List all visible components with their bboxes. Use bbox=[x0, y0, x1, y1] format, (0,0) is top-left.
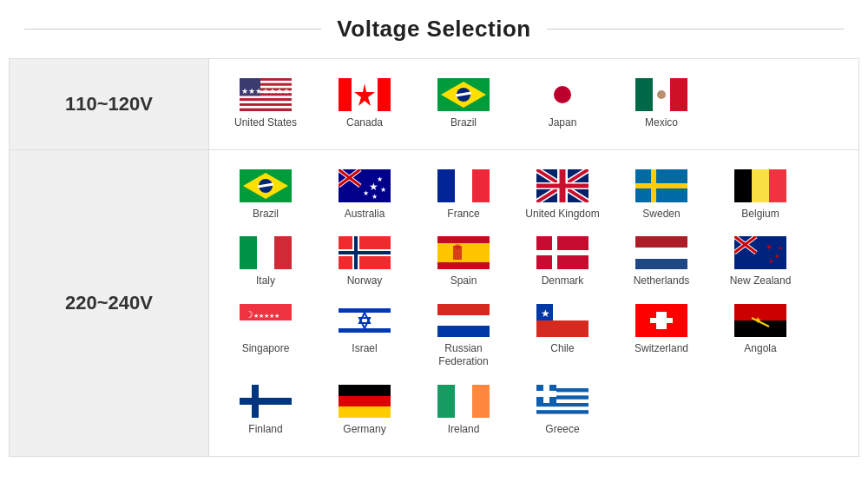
svg-text:✦: ✦ bbox=[778, 245, 783, 251]
svg-rect-70 bbox=[437, 243, 490, 262]
flag-ru bbox=[437, 304, 490, 337]
flag-il bbox=[339, 304, 391, 337]
flag-mx bbox=[635, 78, 687, 111]
svg-rect-60 bbox=[769, 169, 786, 202]
voltage-table: 110~120V ★★★★★★★★★★★★★★★★★★★★★★★★★★★★★★★… bbox=[9, 58, 859, 457]
country-name-it: Italy bbox=[256, 274, 275, 288]
flag-sg: ☽ ★★★★★ bbox=[240, 304, 292, 337]
svg-text:★★★★★: ★★★★★ bbox=[253, 313, 279, 319]
country-item-au: ★ ★ ★ ★ ★ Australia bbox=[317, 164, 412, 227]
country-item-fr: France bbox=[416, 164, 511, 227]
country-item-nl: Netherlands bbox=[614, 231, 709, 294]
svg-text:★: ★ bbox=[363, 189, 369, 197]
country-item-ca: Canada bbox=[317, 73, 412, 135]
svg-text:★: ★ bbox=[541, 307, 550, 320]
svg-point-28 bbox=[657, 90, 666, 99]
country-item-br: Brazil bbox=[218, 164, 313, 227]
flag-se bbox=[635, 169, 687, 202]
title-line-left bbox=[24, 29, 321, 30]
flag-no bbox=[339, 236, 391, 269]
flag-fr bbox=[437, 169, 490, 202]
country-name-se: Sweden bbox=[642, 208, 680, 221]
country-name-ie: Ireland bbox=[448, 423, 480, 437]
svg-rect-57 bbox=[635, 183, 687, 188]
country-name-dk: Denmark bbox=[542, 274, 584, 288]
country-name-no: Norway bbox=[347, 274, 383, 288]
country-name-us: United States bbox=[234, 116, 297, 130]
page-title: Voltage Selection bbox=[337, 16, 530, 43]
country-name-cl: Chile bbox=[550, 342, 574, 356]
flag-us: ★★★★★★★★★★★★★★★★★★★★★★★★★★★★★★★★★★★★★★★★… bbox=[240, 78, 292, 111]
country-name-ao: Angola bbox=[744, 342, 776, 356]
title-section: Voltage Selection bbox=[9, 16, 859, 43]
flag-nz: ✦ ✦ ✦ ✦ bbox=[734, 236, 786, 269]
svg-text:★★★★★★★★★★★★★★★★★★★★★★★★★★★★★★: ★★★★★★★★★★★★★★★★★★★★★★★★★★★★★★★★★★★★★★★★… bbox=[241, 87, 292, 96]
svg-rect-7 bbox=[240, 96, 292, 98]
svg-rect-45 bbox=[437, 169, 455, 202]
country-item-ru: Russian Federation bbox=[416, 299, 511, 374]
flag-es bbox=[437, 236, 490, 269]
voltage-label-1: 220~240V bbox=[10, 149, 209, 456]
flag-au: ★ ★ ★ ★ ★ bbox=[339, 169, 391, 202]
svg-point-72 bbox=[455, 244, 460, 249]
country-name-ca: Canada bbox=[346, 116, 383, 130]
country-name-gb: United Kingdom bbox=[525, 208, 599, 221]
flag-be bbox=[734, 169, 786, 202]
flag-gr bbox=[536, 385, 589, 418]
country-name-gr: Greece bbox=[545, 423, 579, 437]
country-item-es: Spain bbox=[416, 231, 511, 294]
flag-gb bbox=[536, 169, 589, 202]
svg-rect-128 bbox=[536, 410, 589, 413]
country-name-sg: Singapore bbox=[242, 342, 290, 356]
country-item-it: Italy bbox=[218, 231, 313, 294]
svg-text:✦: ✦ bbox=[766, 242, 773, 252]
country-item-fi: Finland bbox=[218, 380, 313, 442]
svg-rect-75 bbox=[536, 250, 589, 255]
svg-rect-11 bbox=[240, 106, 292, 109]
svg-text:☽: ☽ bbox=[245, 309, 253, 320]
country-item-se: Sweden bbox=[614, 164, 709, 227]
country-name-br: Brazil bbox=[450, 116, 477, 130]
flag-ch bbox=[635, 304, 687, 337]
country-name-ru: Russian Federation bbox=[419, 342, 508, 369]
svg-rect-8 bbox=[240, 98, 292, 101]
flag-dk bbox=[536, 236, 589, 269]
flag-br bbox=[437, 78, 490, 111]
country-name-nz: New Zealand bbox=[730, 274, 792, 288]
svg-rect-99 bbox=[437, 304, 490, 315]
svg-rect-10 bbox=[240, 103, 292, 106]
country-name-fi: Finland bbox=[248, 423, 282, 437]
svg-rect-9 bbox=[240, 101, 292, 103]
svg-rect-17 bbox=[378, 78, 391, 111]
country-item-mx: Mexico bbox=[614, 73, 709, 135]
country-name-de: Germany bbox=[343, 423, 385, 437]
svg-text:✦: ✦ bbox=[774, 253, 780, 261]
flag-fi bbox=[240, 385, 292, 418]
svg-rect-127 bbox=[536, 406, 589, 410]
country-item-il: Israel bbox=[317, 299, 412, 374]
svg-rect-126 bbox=[536, 403, 589, 406]
country-name-es: Spain bbox=[450, 274, 477, 288]
svg-text:★: ★ bbox=[372, 193, 378, 201]
flag-de bbox=[339, 385, 391, 418]
svg-rect-63 bbox=[240, 236, 257, 269]
countries-cell-0: ★★★★★★★★★★★★★★★★★★★★★★★★★★★★★★★★★★★★★★★★… bbox=[209, 59, 859, 150]
title-line-right bbox=[547, 29, 844, 30]
country-item-cl: ★ Chile bbox=[515, 299, 610, 374]
country-item-br: Brazil bbox=[416, 73, 511, 135]
voltage-label-0: 110~120V bbox=[10, 59, 209, 150]
country-name-mx: Mexico bbox=[645, 116, 678, 130]
svg-rect-106 bbox=[650, 318, 673, 323]
country-item-gb: United Kingdom bbox=[515, 164, 610, 227]
flag-ie bbox=[437, 385, 490, 418]
country-name-au: Australia bbox=[345, 208, 385, 221]
flag-it bbox=[240, 236, 292, 269]
country-item-jp: Japan bbox=[515, 73, 610, 135]
svg-rect-116 bbox=[339, 385, 391, 396]
flag-ao: ✦ bbox=[734, 304, 786, 337]
flag-jp bbox=[536, 78, 589, 111]
country-name-be: Belgium bbox=[741, 208, 779, 221]
country-name-il: Israel bbox=[352, 342, 377, 356]
country-item-ch: Switzerland bbox=[614, 299, 709, 374]
svg-rect-119 bbox=[437, 385, 455, 418]
